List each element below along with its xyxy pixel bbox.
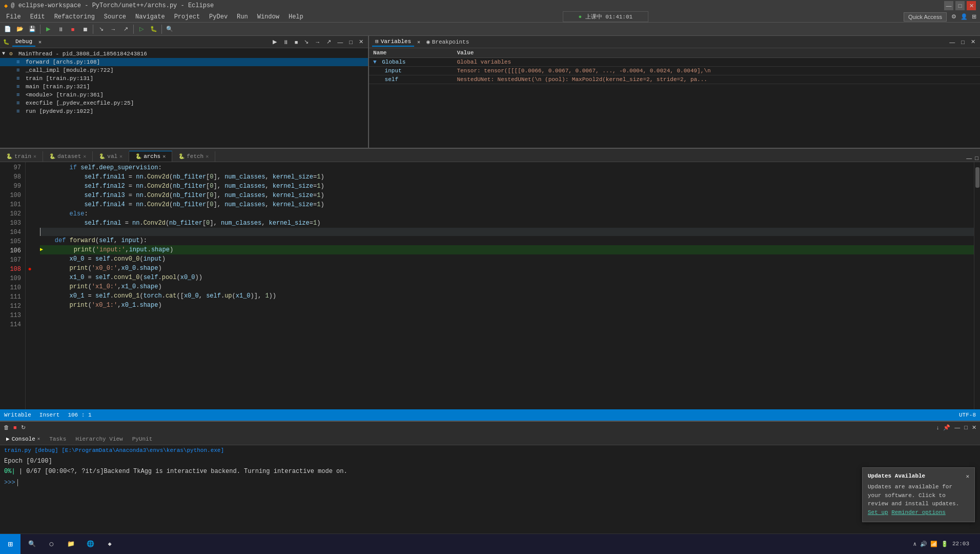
menu-source[interactable]: Source <box>100 12 130 22</box>
tab-fetch-close[interactable]: ✕ <box>206 153 209 160</box>
stack-frame-6[interactable]: ≡ run [pydevd.py:1022] <box>0 107 368 115</box>
start-button[interactable]: ⊞ <box>0 534 21 555</box>
var-globals[interactable]: ▼ Globals Global variables <box>369 58 980 67</box>
tab-train-close[interactable]: ✕ <box>33 153 36 160</box>
debug-resume[interactable]: ▶ <box>43 24 54 35</box>
code-content[interactable]: if self.deep_supervision: self.final1 = … <box>34 162 974 409</box>
console-minimize[interactable]: — <box>953 424 962 431</box>
variables-tab-close[interactable]: ✕ <box>417 39 420 45</box>
debug-panel-btn-resume[interactable]: ▶ <box>271 38 278 46</box>
var-panel-maximize[interactable]: □ <box>959 38 966 46</box>
hierarchy-tab[interactable]: Hierarchy View <box>71 435 127 443</box>
debug-panel-btn-stop[interactable]: ■ <box>293 38 300 46</box>
menu-file[interactable]: File <box>2 12 25 22</box>
new-button[interactable]: 📄 <box>2 24 13 35</box>
tab-val[interactable]: 🐍 val ✕ <box>93 151 129 162</box>
perspective-btn-1[interactable]: ⚙ <box>950 13 958 21</box>
close-button[interactable]: ✕ <box>967 1 976 10</box>
taskbar-explorer[interactable]: 📁 <box>62 535 80 553</box>
thread-item[interactable]: ▼ ⚙ MainThread - pid_3808_id_18561842438… <box>0 49 368 58</box>
quick-access-button[interactable]: Quick Access <box>904 12 947 22</box>
console-maximize[interactable]: □ <box>963 424 969 431</box>
taskbar-edge[interactable]: 🌐 <box>81 535 99 553</box>
stack-frame-3[interactable]: ≡ main [train.py:321] <box>0 83 368 91</box>
step-return[interactable]: ↗ <box>120 24 131 35</box>
editor-scrollbar[interactable] <box>974 162 980 409</box>
notification-area[interactable] <box>973 535 976 553</box>
editor-minimize[interactable]: — <box>965 154 973 162</box>
menu-project[interactable]: Project <box>170 12 204 22</box>
breakpoints-tab[interactable]: ◉ Breakpoints <box>423 37 472 46</box>
debug-tab[interactable]: Debug <box>12 37 35 47</box>
menu-run[interactable]: Run <box>233 12 252 22</box>
step-into[interactable]: ↘ <box>95 24 107 35</box>
var-input[interactable]: input Tensor: tensor([[[[0.0066, 0.0067,… <box>369 67 980 75</box>
tab-fetch[interactable]: 🐍 fetch ✕ <box>172 151 215 162</box>
minimize-button[interactable]: — <box>944 1 953 10</box>
menu-refactoring[interactable]: Refactoring <box>50 12 99 22</box>
console-content[interactable]: train.py [debug] [E:\ProgramData\Anacond… <box>0 445 980 533</box>
tab-archs-close[interactable]: ✕ <box>162 153 166 160</box>
variables-tab[interactable]: ⊞ Variables <box>372 37 414 47</box>
tab-val-close[interactable]: ✕ <box>119 153 122 160</box>
search-button[interactable]: 🔍 <box>164 24 175 35</box>
updates-setup-link[interactable]: Set up <box>868 509 888 516</box>
stack-frame-1[interactable]: ≡ _call_impl [module.py:722] <box>0 66 368 74</box>
save-button[interactable]: 💾 <box>27 24 38 35</box>
debug-close[interactable]: ✕ <box>38 39 42 45</box>
editor-maximize[interactable]: □ <box>973 154 980 162</box>
stack-frame-0[interactable]: ≡ forward [archs.py:108] <box>0 58 368 66</box>
menu-navigate[interactable]: Navigate <box>131 12 169 22</box>
tab-train[interactable]: 🐍 train ✕ <box>0 151 43 162</box>
debug-panel-btn-stepover[interactable]: → <box>313 38 322 46</box>
console-terminate-relaunch[interactable]: ↻ <box>19 424 27 431</box>
debug-stop[interactable]: ■ <box>67 24 78 35</box>
debug-panel-btn-stepinto[interactable]: ↘ <box>302 38 310 46</box>
debug-pause[interactable]: ⏸ <box>55 24 66 35</box>
debug-panel-btn-pause[interactable]: ⏸ <box>281 38 290 46</box>
debug-btn[interactable]: 🐛 <box>148 24 159 35</box>
stack-frame-5[interactable]: ≡ execfile [_pydev_execfile.py:25] <box>0 99 368 107</box>
code-line-100: self.final2 = nn.Conv2d(nb_filter[0], nu… <box>40 182 974 191</box>
console-clear[interactable]: 🗑 <box>2 424 11 431</box>
open-button[interactable]: 📂 <box>14 24 26 35</box>
console-stop[interactable]: ■ <box>12 424 18 431</box>
console-tab[interactable]: ▶ Console ✕ <box>2 434 44 443</box>
step-over[interactable]: → <box>108 24 119 35</box>
menu-edit[interactable]: Edit <box>26 12 49 22</box>
debug-status-indicator[interactable]: ● 上课中 01:41:01 <box>563 11 649 22</box>
tab-dataset[interactable]: 🐍 dataset ✕ <box>43 151 93 162</box>
debug-panel-maximize[interactable]: □ <box>348 38 354 46</box>
console-close[interactable]: ✕ <box>970 424 978 431</box>
console-pin[interactable]: 📌 <box>942 424 952 431</box>
debug-panel-minimize[interactable]: — <box>336 38 344 46</box>
debug-disconnect[interactable]: ⏹ <box>79 24 91 35</box>
menu-pydev[interactable]: PyDev <box>205 12 232 22</box>
run-btn[interactable]: ▷ <box>136 24 147 35</box>
tab-dataset-close[interactable]: ✕ <box>83 153 86 160</box>
debug-panel-close[interactable]: ✕ <box>357 38 365 46</box>
taskbar-eclipse[interactable]: ◆ <box>100 535 119 553</box>
stack-frame-4[interactable]: ≡ <module> [train.py:361] <box>0 91 368 99</box>
taskbar-cortana[interactable]: ◯ <box>42 535 60 553</box>
var-globals-expand[interactable]: ▼ <box>373 59 377 65</box>
menu-window[interactable]: Window <box>253 12 283 22</box>
maximize-button[interactable]: □ <box>955 1 965 10</box>
var-self[interactable]: self NestedUNet: NestedUNet(\n (pool): M… <box>369 75 980 84</box>
var-panel-minimize[interactable]: — <box>948 38 956 46</box>
stack-frame-2[interactable]: ≡ train [train.py:131] <box>0 74 368 83</box>
menu-help[interactable]: Help <box>284 12 308 22</box>
perspective-btn-3[interactable]: ⊞ <box>970 13 978 21</box>
updates-close-button[interactable]: ✕ <box>966 473 969 480</box>
taskbar-search[interactable]: 🔍 <box>23 535 41 553</box>
code-editor[interactable]: 97 98 99 100 101 102 103 104 105 106 107… <box>0 162 980 409</box>
perspective-btn-2[interactable]: 👤 <box>959 13 969 21</box>
console-tab-close[interactable]: ✕ <box>37 436 40 442</box>
tab-archs[interactable]: 🐍 archs ✕ <box>129 151 172 162</box>
tasks-tab[interactable]: Tasks <box>45 435 70 443</box>
debug-panel-btn-stepreturn[interactable]: ↗ <box>325 38 333 46</box>
updates-reminder-link[interactable]: Reminder options <box>891 509 946 516</box>
var-panel-close[interactable]: ✕ <box>969 38 977 46</box>
console-scroll[interactable]: ↓ <box>935 424 941 431</box>
pyunit-tab[interactable]: PyUnit <box>128 435 157 443</box>
